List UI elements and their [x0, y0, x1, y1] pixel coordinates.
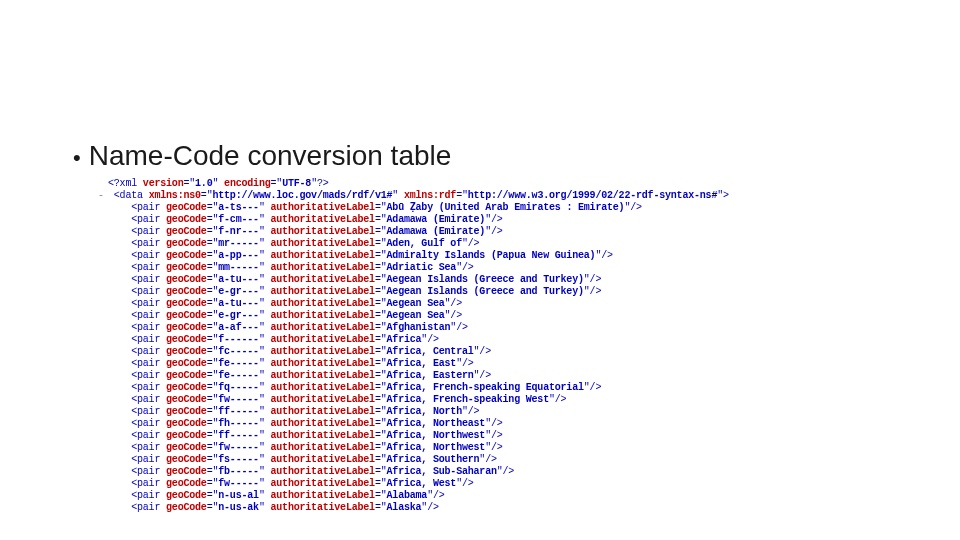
xml-pair-row: <pair geoCode="f-nr---" authoritativeLab…	[94, 226, 729, 238]
xml-pair-row: <pair geoCode="a-tu---" authoritativeLab…	[94, 298, 729, 310]
title-bullet: •	[73, 145, 81, 171]
xml-pair-row: <pair geoCode="fw-----" authoritativeLab…	[94, 478, 729, 490]
xml-pair-row: <pair geoCode="f------" authoritativeLab…	[94, 334, 729, 346]
xml-pair-row: <pair geoCode="f-cm---" authoritativeLab…	[94, 214, 729, 226]
xml-pair-row: <pair geoCode="ff-----" authoritativeLab…	[94, 406, 729, 418]
title-text: Name-Code conversion table	[89, 140, 452, 171]
xml-pair-row: <pair geoCode="fb-----" authoritativeLab…	[94, 466, 729, 478]
xml-pair-row: <pair geoCode="fw-----" authoritativeLab…	[94, 442, 729, 454]
xml-pair-row: <pair geoCode="a-af---" authoritativeLab…	[94, 322, 729, 334]
xml-pair-row: <pair geoCode="e-gr---" authoritativeLab…	[94, 310, 729, 322]
xml-pair-row: <pair geoCode="fe-----" authoritativeLab…	[94, 358, 729, 370]
xml-pair-row: <pair geoCode="a-tu---" authoritativeLab…	[94, 274, 729, 286]
slide-title: •Name-Code conversion table	[73, 140, 451, 172]
xml-pair-row: <pair geoCode="e-gr---" authoritativeLab…	[94, 286, 729, 298]
xml-pair-row: <pair geoCode="fe-----" authoritativeLab…	[94, 370, 729, 382]
xml-pair-row: <pair geoCode="fs-----" authoritativeLab…	[94, 454, 729, 466]
xml-pair-row: <pair geoCode="a-pp---" authoritativeLab…	[94, 250, 729, 262]
xml-pair-row: <pair geoCode="a-ts---" authoritativeLab…	[94, 202, 729, 214]
xml-pair-row: <pair geoCode="fq-----" authoritativeLab…	[94, 382, 729, 394]
xml-pair-row: <pair geoCode="fh-----" authoritativeLab…	[94, 418, 729, 430]
xml-pair-row: <pair geoCode="mr-----" authoritativeLab…	[94, 238, 729, 250]
xml-pair-row: <pair geoCode="n-us-ak" authoritativeLab…	[94, 502, 729, 514]
xml-pair-row: <pair geoCode="fc-----" authoritativeLab…	[94, 346, 729, 358]
slide: •Name-Code conversion table <?xml versio…	[0, 0, 960, 540]
xml-pair-row: <pair geoCode="fw-----" authoritativeLab…	[94, 394, 729, 406]
xml-pair-row: <pair geoCode="mm-----" authoritativeLab…	[94, 262, 729, 274]
xml-pair-row: <pair geoCode="n-us-al" authoritativeLab…	[94, 490, 729, 502]
xml-pair-row: <pair geoCode="ff-----" authoritativeLab…	[94, 430, 729, 442]
xml-declaration: <?xml version="1.0" encoding="UTF-8"?>	[94, 178, 729, 190]
xml-code-block: <?xml version="1.0" encoding="UTF-8"?>- …	[94, 178, 729, 514]
xml-root-open: - <data xmlns:ns0="http://www.loc.gov/ma…	[94, 190, 729, 202]
